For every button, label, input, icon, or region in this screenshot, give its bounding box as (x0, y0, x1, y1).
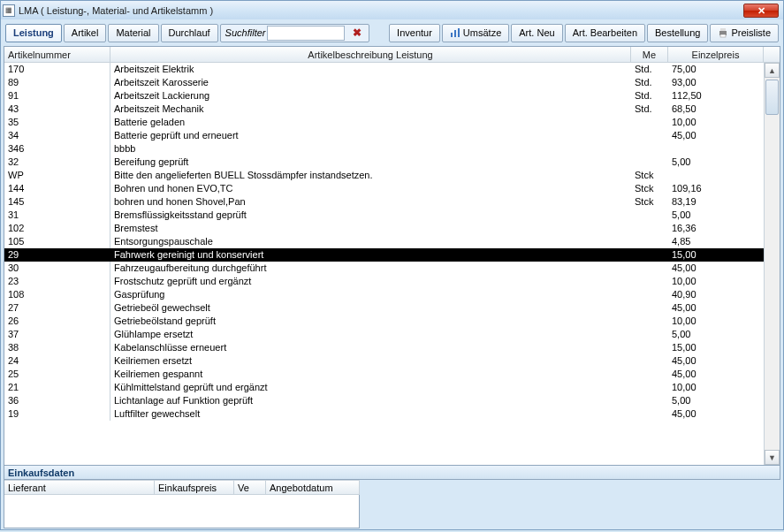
table-row[interactable]: 108Gasprüfung40,90 (4, 288, 764, 301)
scroll-down-button[interactable]: ▼ (765, 450, 780, 465)
table-row[interactable]: 19Luftfilter gewechselt45,00 (4, 407, 764, 421)
table-row[interactable]: 170Arbeitszeit ElektrikStd.75,00 (4, 63, 764, 76)
cell-me (631, 354, 668, 368)
cell-artikelnummer: 43 (4, 103, 110, 116)
table-row[interactable]: 105Entsorgungspauschale4,85 (4, 235, 764, 248)
table-row[interactable]: 31Bremsflüssigkeitsstand geprüft5,00 (4, 209, 764, 222)
table-row[interactable]: 102Bremstest16,36 (4, 222, 764, 235)
cell-me (631, 156, 668, 169)
table-row[interactable]: 25Keilriemen gespannt45,00 (4, 368, 764, 381)
table-row[interactable]: 38Kabelanschlüsse erneuert15,00 (4, 341, 764, 354)
table-row[interactable]: 26Getriebeölstand geprüft10,00 (4, 315, 764, 328)
cell-einzelpreis: 5,00 (668, 394, 764, 407)
table-row[interactable]: 89Arbeitszeit KarosserieStd.93,00 (4, 76, 764, 89)
table-row[interactable]: 37Glühlampe ersetzt5,00 (4, 328, 764, 341)
cell-beschreibung: Entsorgungspauschale (110, 235, 631, 248)
table-row[interactable]: 346bbbb (4, 142, 764, 156)
table-row[interactable]: 21Kühlmittelstand geprüft und ergänzt10,… (4, 381, 764, 394)
table-row[interactable]: 23Frostschutz geprüft und ergänzt10,00 (4, 275, 764, 288)
cell-einzelpreis: 45,00 (668, 301, 764, 315)
table-row[interactable]: 36Lichtanlage auf Funktion geprüft5,00 (4, 394, 764, 407)
close-button[interactable]: ✕ (743, 4, 779, 18)
clear-filter-button[interactable]: ✖ (348, 26, 366, 41)
cell-einzelpreis (668, 169, 764, 182)
col-einzelpreis[interactable]: Einzelpreis (668, 47, 764, 62)
art-bearbeiten-button[interactable]: Art. Bearbeiten (565, 24, 645, 42)
col-ve[interactable]: Ve (234, 480, 266, 495)
col-beschreibung[interactable]: Artikelbeschreibung Leistung (110, 47, 631, 62)
cell-beschreibung: Frostschutz geprüft und ergänzt (110, 275, 631, 288)
table-row[interactable]: 29Fahrwerk gereinigt und konserviert15,0… (4, 248, 764, 262)
table-row[interactable]: WPBitte den angelieferten BUELL Stossdäm… (4, 169, 764, 182)
cell-einzelpreis: 45,00 (668, 129, 764, 142)
tab-durchlauf[interactable]: Durchlauf (161, 24, 218, 42)
table-body: 170Arbeitszeit ElektrikStd.75,0089Arbeit… (4, 63, 780, 465)
cell-einzelpreis: 45,00 (668, 262, 764, 275)
svg-rect-1 (454, 30, 456, 37)
toolbar: Leistung Artikel Material Durchlauf Such… (4, 21, 780, 44)
cell-beschreibung: Getriebeöl gewechselt (110, 301, 631, 315)
cell-artikelnummer: 32 (4, 156, 110, 169)
table-header: Artikelnummer Artikelbeschreibung Leistu… (4, 47, 780, 63)
cell-me: Std. (631, 63, 668, 76)
cell-me: Std. (631, 89, 668, 103)
cell-beschreibung: Getriebeölstand geprüft (110, 315, 631, 328)
cell-me: Stck (631, 169, 668, 182)
cell-artikelnummer: 24 (4, 354, 110, 368)
col-me[interactable]: Me (631, 47, 668, 62)
cell-artikelnummer: 89 (4, 76, 110, 89)
cell-me (631, 209, 668, 222)
cell-einzelpreis: 45,00 (668, 407, 764, 421)
cell-me: Stck (631, 195, 668, 209)
close-icon: ✕ (757, 5, 765, 17)
cell-einzelpreis: 5,00 (668, 328, 764, 341)
tab-material[interactable]: Material (108, 24, 158, 42)
col-einkaufspreis[interactable]: Einkaufspreis (155, 480, 234, 495)
scrollbar-track[interactable] (765, 78, 780, 450)
cell-beschreibung: Kabelanschlüsse erneuert (110, 341, 631, 354)
table-row[interactable]: 32Bereifung geprüft5,00 (4, 156, 764, 169)
cell-beschreibung: Bitte den angelieferten BUELL Stossdämpf… (110, 169, 631, 182)
cell-beschreibung: Gasprüfung (110, 288, 631, 301)
cell-beschreibung: Keilriemen ersetzt (110, 354, 631, 368)
col-artikelnummer[interactable]: Artikelnummer (4, 47, 110, 62)
cell-me (631, 248, 668, 262)
chart-icon (450, 27, 461, 38)
table-row[interactable]: 144Bohren und honen EVO,TCStck109,16 (4, 182, 764, 195)
scrollbar-thumb[interactable] (765, 80, 779, 115)
preisliste-label: Preisliste (731, 27, 771, 38)
table-row[interactable]: 91Arbeitszeit LackierungStd.112,50 (4, 89, 764, 103)
table-row[interactable]: 35Batterie geladen10,00 (4, 116, 764, 129)
cell-beschreibung: Arbeitszeit Karosserie (110, 76, 631, 89)
cell-artikelnummer: 102 (4, 222, 110, 235)
app-icon: ▦ (3, 4, 15, 17)
cell-artikelnummer: WP (4, 169, 110, 182)
tab-leistung[interactable]: Leistung (5, 24, 62, 42)
table-row[interactable]: 30Fahrzeugaufbereitung durchgeführt45,00 (4, 262, 764, 275)
col-angebotdatum[interactable]: Angebotdatum (266, 480, 360, 495)
preisliste-button[interactable]: Preisliste (710, 24, 779, 42)
clear-filter-icon: ✖ (353, 27, 362, 39)
bestellung-button[interactable]: Bestellung (647, 24, 708, 42)
table-row[interactable]: 34Batterie geprüft und erneuert45,00 (4, 129, 764, 142)
cell-beschreibung: bohren und honen Shovel,Pan (110, 195, 631, 209)
window-body: Leistung Artikel Material Durchlauf Such… (0, 19, 784, 530)
cell-me (631, 235, 668, 248)
scroll-up-button[interactable]: ▲ (765, 63, 780, 78)
art-neu-button[interactable]: Art. Neu (511, 24, 562, 42)
table-row[interactable]: 24Keilriemen ersetzt45,00 (4, 354, 764, 368)
cell-beschreibung: Glühlampe ersetzt (110, 328, 631, 341)
cell-me (631, 407, 668, 421)
inventur-button[interactable]: Inventur (389, 24, 440, 42)
table-row[interactable]: 27Getriebeöl gewechselt45,00 (4, 301, 764, 315)
vertical-scrollbar[interactable]: ▲ ▼ (764, 63, 780, 465)
table-row[interactable]: 145bohren und honen Shovel,PanStck83,19 (4, 195, 764, 209)
cell-einzelpreis: 10,00 (668, 275, 764, 288)
col-lieferant[interactable]: Lieferant (4, 480, 155, 495)
suchfilter-input[interactable] (267, 26, 345, 41)
table-row[interactable]: 43Arbeitszeit MechanikStd.68,50 (4, 103, 764, 116)
tab-artikel[interactable]: Artikel (64, 24, 107, 42)
umsaetze-button[interactable]: Umsätze (442, 24, 509, 42)
cell-artikelnummer: 38 (4, 341, 110, 354)
suchfilter-label: Suchfilter (225, 27, 266, 38)
